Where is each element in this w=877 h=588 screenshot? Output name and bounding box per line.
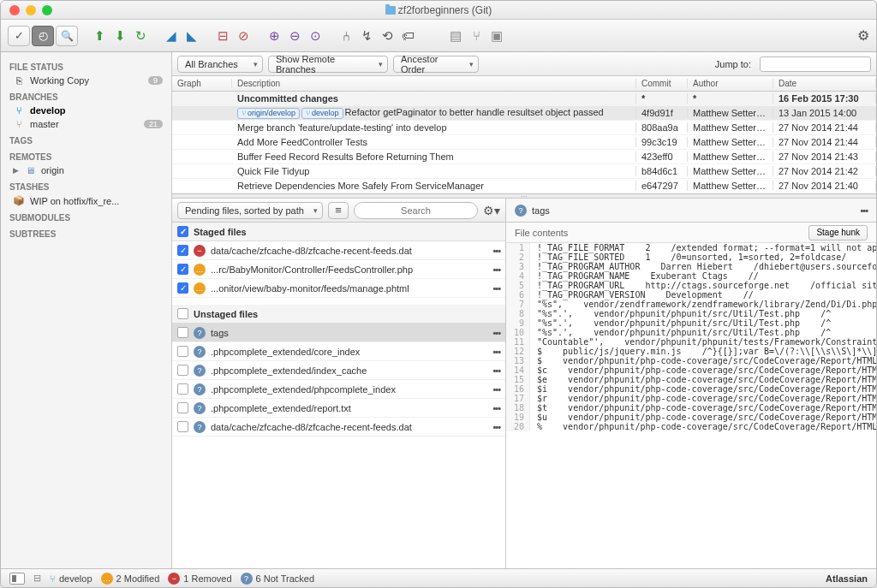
checkbox[interactable]: [177, 402, 188, 413]
add-icon[interactable]: ⊕: [265, 27, 283, 45]
file-options-icon[interactable]: •••: [492, 422, 500, 432]
show-hosted-icon[interactable]: ▤: [446, 27, 465, 45]
branch-filter-select[interactable]: All Branches: [177, 56, 263, 73]
folder-icon: [385, 6, 396, 15]
sb-tags-header: TAGS: [1, 131, 171, 147]
checkbox[interactable]: [177, 365, 188, 376]
file-options-icon[interactable]: •••: [492, 264, 500, 275]
history-row[interactable]: ⑂origin/develop⑂developRefactor getPagin…: [172, 106, 876, 121]
unstaged-section-header[interactable]: Unstaged files: [172, 305, 505, 324]
history-row[interactable]: Retrieve Dependencies More Safely From S…: [172, 179, 876, 193]
sidebar-toggle-button[interactable]: [9, 573, 25, 585]
file-options-icon[interactable]: •••: [492, 403, 500, 413]
sb-remotes-header: REMOTES: [1, 147, 171, 163]
file-search-input[interactable]: [354, 202, 478, 219]
checkbox[interactable]: ✓: [177, 245, 188, 256]
file-row[interactable]: ✓…...onitor/view/baby-monitor/feeds/mana…: [172, 279, 505, 298]
checkbox[interactable]: [177, 383, 188, 395]
stash-icon[interactable]: ⊟: [213, 27, 232, 45]
sidebar-branch-master[interactable]: ⑂master21: [1, 117, 171, 131]
diff-subhead-label: File contents: [515, 228, 568, 238]
checkbox[interactable]: ✓: [177, 264, 188, 275]
file-row[interactable]: ✓…...rc/BabyMonitor/Controller/FeedsCont…: [172, 260, 505, 279]
file-row[interactable]: ?tags•••: [172, 324, 505, 342]
sidebar-item-origin[interactable]: ▶🖥origin: [1, 163, 171, 177]
remote-filter-select[interactable]: Show Remote Branches: [268, 56, 388, 73]
sb-file-status-header: FILE STATUS: [1, 57, 171, 74]
file-row[interactable]: ?.phpcomplete_extended/report.txt•••: [172, 399, 505, 418]
merge-icon[interactable]: ◣: [182, 27, 201, 45]
terminal-icon[interactable]: ⑂: [467, 27, 486, 45]
file-options-icon[interactable]: •••: [492, 384, 500, 395]
staged-section-header[interactable]: ✓Staged files: [172, 223, 505, 241]
status-branch: develop: [59, 573, 92, 584]
history-row[interactable]: Merge branch 'feature/update-testing' in…: [172, 121, 876, 135]
question-icon: ?: [515, 205, 527, 217]
file-row[interactable]: ?data/cache/zfcache-d8/zfcache-recent-fe…: [172, 418, 505, 437]
file-row[interactable]: ?.phpcomplete_extended/index_cache•••: [172, 361, 505, 380]
diff-panel: ? tags ••• File contents Stage hunk 1!_T…: [506, 199, 876, 568]
push-icon[interactable]: ⬇: [110, 27, 129, 45]
files-gear-icon[interactable]: ⚙▾: [483, 204, 500, 217]
history-row-uncommitted[interactable]: Uncommitted changes * * 16 Feb 2015 17:3…: [172, 92, 876, 106]
history-row[interactable]: Buffer Feed Record Results Before Return…: [172, 150, 876, 164]
diff-code[interactable]: 1!_TAG_FILE_FORMAT 2 /extended format; -…: [506, 243, 876, 568]
file-row[interactable]: ✓−data/cache/zfcache-d8/zfcache-recent-f…: [172, 241, 505, 260]
sidebar-branch-develop[interactable]: ⑂develop: [1, 104, 171, 117]
sidebar: FILE STATUS ⎘Working Copy9 BRANCHES ⑂dev…: [1, 52, 172, 568]
checkbox[interactable]: ✓: [177, 282, 188, 294]
status-icon: ?: [194, 421, 206, 433]
diff-options-icon[interactable]: •••: [860, 205, 868, 216]
files-panel: Pending files, sorted by path ≡ ⚙▾ ✓Stag…: [172, 199, 506, 568]
view-mode-button[interactable]: ≡: [328, 202, 349, 219]
addremove-icon[interactable]: ⊙: [306, 27, 325, 45]
tag-icon[interactable]: 🏷: [398, 27, 417, 45]
status-removed: 1 Removed: [183, 573, 231, 584]
disk-icon: ⊟: [33, 573, 41, 584]
sb-subtrees-header: SUBTREES: [1, 224, 171, 241]
commit-button[interactable]: ✓: [8, 26, 30, 46]
titlebar: zf2forbeginners (Git): [1, 1, 876, 20]
pull-icon[interactable]: ⬆: [90, 27, 109, 45]
gitflow-icon[interactable]: ⑃: [337, 27, 355, 45]
sidebar-item-stash[interactable]: 📦WIP on hotfix/fix_re...: [1, 193, 171, 208]
search-button[interactable]: 🔍: [56, 26, 78, 46]
sb-branches-header: BRANCHES: [1, 87, 171, 104]
status-icon: …: [194, 282, 206, 294]
status-icon: −: [194, 245, 206, 257]
statusbar: ⊟ ⑂develop …2 Modified −1 Removed ?6 Not…: [1, 568, 876, 587]
file-options-icon[interactable]: •••: [492, 283, 500, 294]
order-select[interactable]: Ancestor Order: [393, 56, 479, 73]
checkbox[interactable]: [177, 421, 188, 432]
status-icon: …: [194, 264, 206, 276]
discard-icon[interactable]: ⊘: [234, 27, 253, 45]
file-row[interactable]: ?.phpcomplete_extended/phpcomplete_index…: [172, 380, 505, 399]
history-table: Uncommitted changes * * 16 Feb 2015 17:3…: [172, 92, 876, 193]
sidebar-item-working-copy[interactable]: ⎘Working Copy9: [1, 74, 171, 87]
file-options-icon[interactable]: •••: [492, 328, 500, 338]
settings-icon[interactable]: ⚙: [857, 27, 869, 44]
remove-icon[interactable]: ⊖: [285, 27, 304, 45]
jump-input[interactable]: [760, 56, 871, 72]
checkout-icon[interactable]: ↯: [357, 27, 376, 45]
status-icon: ?: [194, 365, 206, 377]
pending-filter-select[interactable]: Pending files, sorted by path: [177, 202, 323, 219]
file-row[interactable]: ?.phpcomplete_extended/core_index•••: [172, 342, 505, 361]
console-icon[interactable]: ▣: [487, 27, 506, 45]
filter-bar: All Branches Show Remote Branches Ancest…: [172, 52, 876, 76]
file-options-icon[interactable]: •••: [492, 347, 500, 357]
history-button[interactable]: ◴: [32, 26, 54, 46]
history-row[interactable]: Quick File Tidyupb84d6c1Matthew Setter <…: [172, 164, 876, 179]
fetch-icon[interactable]: ↻: [131, 27, 150, 45]
status-modified: 2 Modified: [116, 573, 160, 584]
reset-icon[interactable]: ⟲: [378, 27, 397, 45]
file-options-icon[interactable]: •••: [492, 246, 500, 256]
checkbox[interactable]: [177, 327, 188, 338]
history-row[interactable]: Add More FeedController Tests99c3c19Matt…: [172, 135, 876, 150]
branch-icon[interactable]: ◢: [162, 27, 181, 45]
status-icon: ?: [194, 346, 206, 358]
stage-hunk-button[interactable]: Stage hunk: [808, 225, 868, 241]
history-header: Graph Description Commit Author Date: [172, 76, 876, 92]
checkbox[interactable]: [177, 346, 188, 357]
file-options-icon[interactable]: •••: [492, 365, 500, 376]
